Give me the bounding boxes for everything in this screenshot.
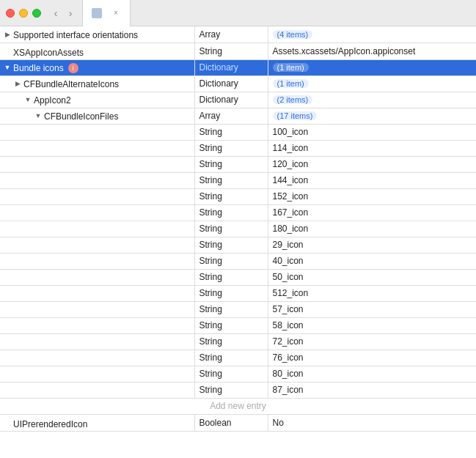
traffic-lights xyxy=(6,9,41,18)
value-cell: 120_icon xyxy=(268,156,476,172)
key-label: AppIcon2 xyxy=(34,95,71,106)
type-cell: String xyxy=(194,140,268,156)
type-cell: String xyxy=(194,43,268,59)
value-cell: Assets.xcassets/AppIcon.appiconset xyxy=(268,43,476,59)
value-cell: 512_icon xyxy=(268,285,476,301)
tab-info-plist[interactable]: × xyxy=(82,0,131,26)
table-row[interactable]: ▶CFBundleAlternateIconsDictionary(1 item… xyxy=(0,75,476,92)
count-badge: (1 item) xyxy=(273,63,309,72)
table-row[interactable]: String144_icon xyxy=(0,172,476,188)
info-icon: i xyxy=(68,63,78,73)
value-cell: (17 items) xyxy=(268,108,476,124)
type-cell: Dictionary xyxy=(194,75,268,92)
back-button[interactable]: ‹ xyxy=(50,7,62,19)
table-row[interactable]: String50_icon xyxy=(0,269,476,285)
count-badge: (4 items) xyxy=(273,30,313,39)
type-cell: String xyxy=(194,269,268,285)
key-label: CFBundleAlternateIcons xyxy=(23,79,119,89)
key-label: CFBundleIconFiles xyxy=(44,111,118,122)
value-cell: (2 items) xyxy=(268,92,476,108)
value-cell: 144_icon xyxy=(268,172,476,188)
close-button[interactable] xyxy=(6,9,15,18)
value-cell: 167_icon xyxy=(268,204,476,221)
count-badge: (17 items) xyxy=(273,111,318,120)
type-cell: Dictionary xyxy=(194,92,268,108)
value-cell: 152_icon xyxy=(268,188,476,204)
footer-value-cell: No xyxy=(268,414,476,431)
value-cell: (1 item) xyxy=(268,75,476,92)
table-row[interactable]: String152_icon xyxy=(0,188,476,204)
count-badge: (2 items) xyxy=(273,95,313,104)
key-label: Bundle icons xyxy=(13,63,64,73)
table-row[interactable]: String180_icon xyxy=(0,221,476,237)
type-cell: String xyxy=(194,317,268,333)
type-cell: String xyxy=(194,350,268,366)
content-area[interactable]: ▶Supported interface orientationsArray(4… xyxy=(0,26,476,458)
table-row[interactable]: String114_icon xyxy=(0,140,476,156)
maximize-button[interactable] xyxy=(32,9,41,18)
table-row[interactable]: String72_icon xyxy=(0,333,476,350)
footer-key-label: UIPrerenderedIcon xyxy=(13,419,87,429)
type-cell: Dictionary xyxy=(194,59,268,75)
type-cell: String xyxy=(194,221,268,237)
key-label: XSAppIconAssets xyxy=(13,48,84,58)
table-row[interactable]: String167_icon xyxy=(0,204,476,221)
table-row[interactable]: ▶Supported interface orientationsArray(4… xyxy=(0,26,476,43)
value-cell: (4 items) xyxy=(268,26,476,43)
window: ‹ › × ▶Supported interface orientationsA… xyxy=(0,0,476,458)
type-cell: String xyxy=(194,204,268,221)
disclosure-triangle[interactable]: ▼ xyxy=(34,112,43,121)
add-entry-label[interactable]: Add new entry xyxy=(0,398,476,414)
type-cell: String xyxy=(194,124,268,140)
value-cell: 180_icon xyxy=(268,221,476,237)
value-cell: 100_icon xyxy=(268,124,476,140)
disclosure-triangle[interactable]: ▼ xyxy=(3,64,12,73)
value-cell: 40_icon xyxy=(268,253,476,269)
disclosure-triangle[interactable]: ▼ xyxy=(23,96,32,105)
table-row[interactable]: String58_icon xyxy=(0,317,476,333)
value-cell: 58_icon xyxy=(268,317,476,333)
count-badge: (1 item) xyxy=(273,79,309,88)
type-cell: String xyxy=(194,301,268,317)
table-row[interactable]: String80_icon xyxy=(0,366,476,382)
type-cell: String xyxy=(194,382,268,398)
titlebar: ‹ › × xyxy=(0,0,476,26)
table-row[interactable]: String76_icon xyxy=(0,350,476,366)
footer-type-cell: Boolean xyxy=(194,414,268,431)
table-row[interactable]: String120_icon xyxy=(0,156,476,172)
value-cell: 87_icon xyxy=(268,382,476,398)
table-row[interactable]: String57_icon xyxy=(0,301,476,317)
table-row[interactable]: String100_icon xyxy=(0,124,476,140)
table-row[interactable]: String29_icon xyxy=(0,237,476,253)
key-label: Supported interface orientations xyxy=(13,30,138,40)
file-icon xyxy=(92,8,102,18)
type-cell: String xyxy=(194,285,268,301)
table-row[interactable]: ▼AppIcon2Dictionary(2 items) xyxy=(0,92,476,108)
value-cell: 76_icon xyxy=(268,350,476,366)
disclosure-triangle[interactable]: ▶ xyxy=(13,80,22,89)
value-cell: 50_icon xyxy=(268,269,476,285)
value-cell: 57_icon xyxy=(268,301,476,317)
tab-close-button[interactable]: × xyxy=(111,8,121,18)
table-row[interactable]: ▼CFBundleIconFilesArray(17 items) xyxy=(0,108,476,124)
type-cell: Array xyxy=(194,108,268,124)
table-row[interactable]: String87_icon xyxy=(0,382,476,398)
table-row[interactable]: String40_icon xyxy=(0,253,476,269)
value-cell: 114_icon xyxy=(268,140,476,156)
table-row[interactable]: String512_icon xyxy=(0,285,476,301)
type-cell: String xyxy=(194,366,268,382)
value-cell: (1 item) xyxy=(268,59,476,75)
type-cell: String xyxy=(194,237,268,253)
disclosure-triangle[interactable]: ▶ xyxy=(3,31,12,40)
value-cell: 29_icon xyxy=(268,237,476,253)
type-cell: String xyxy=(194,156,268,172)
table-row[interactable]: XSAppIconAssetsStringAssets.xcassets/App… xyxy=(0,43,476,59)
type-cell: Array xyxy=(194,26,268,43)
footer-row[interactable]: UIPrerenderedIconBooleanNo xyxy=(0,414,476,431)
type-cell: String xyxy=(194,253,268,269)
minimize-button[interactable] xyxy=(19,9,28,18)
value-cell: 72_icon xyxy=(268,333,476,350)
forward-button[interactable]: › xyxy=(65,7,76,19)
table-row[interactable]: ▼Bundle iconsiDictionary(1 item) xyxy=(0,59,476,75)
add-entry-row[interactable]: Add new entry xyxy=(0,398,476,414)
